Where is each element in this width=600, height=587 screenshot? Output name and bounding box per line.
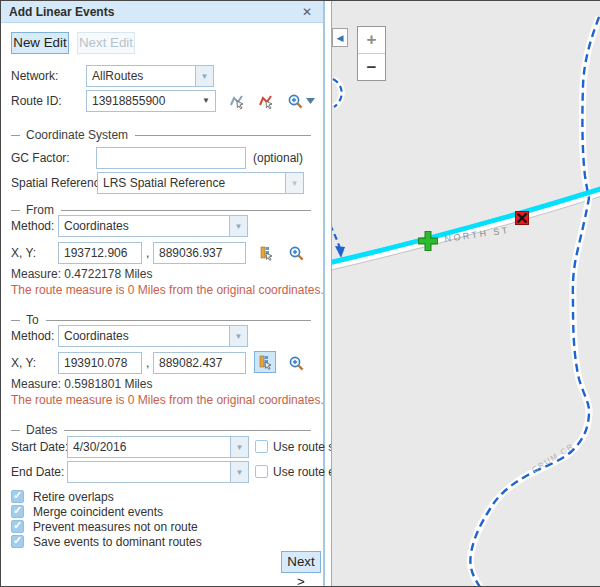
gc-factor-input[interactable] (96, 147, 246, 169)
next-button[interactable]: Next > (281, 551, 321, 573)
use-route-start-date-checkbox[interactable] (255, 440, 268, 453)
coordinate-system-section-header: Coordinate System (11, 128, 311, 142)
zoom-out-button[interactable]: − (358, 54, 385, 81)
spatial-reference-value[interactable]: LRS Spatial Reference (97, 172, 286, 194)
network-label: Network: (11, 65, 58, 87)
zoom-to-route-icon[interactable] (284, 90, 306, 112)
xy-separator: , (146, 242, 149, 264)
prevent-measures-label: Prevent measures not on route (33, 520, 198, 534)
chevron-down-icon[interactable] (304, 90, 316, 112)
chevron-down-icon[interactable] (231, 461, 249, 483)
creek-inflow (332, 225, 340, 249)
pick-from-location-icon[interactable] (255, 242, 277, 264)
map-view[interactable]: NORTH ST CRUM CR ◀ + − (331, 1, 600, 586)
save-events-dominant-checkbox[interactable] (11, 535, 24, 548)
route-id-field[interactable]: 13918855900 (86, 90, 216, 112)
network-value[interactable]: AllRoutes (86, 65, 196, 87)
end-date-label: End Date: (11, 461, 64, 483)
clear-route-selection-icon[interactable] (255, 90, 277, 112)
close-icon[interactable]: ✕ (299, 1, 315, 23)
save-events-dominant-label: Save events to dominant routes (33, 535, 202, 549)
from-method-label: Method: (11, 215, 54, 237)
to-method-combobox[interactable]: Coordinates (58, 325, 248, 347)
creek-arc-casing (333, 79, 342, 107)
map-canvas: NORTH ST CRUM CR (332, 1, 600, 586)
from-xy-label: X, Y: (11, 242, 36, 264)
merge-coincident-events-label: Merge coincident events (33, 505, 163, 519)
to-method-value[interactable]: Coordinates (58, 325, 230, 347)
chevron-down-icon[interactable] (230, 325, 248, 347)
use-route-end-date-checkbox[interactable] (255, 465, 268, 478)
map-zoom-control: + − (357, 26, 386, 81)
from-method-combobox[interactable]: Coordinates (58, 215, 248, 237)
app-window: Add Linear Events ✕ New Edit Next Edit N… (0, 0, 600, 587)
end-date-value[interactable] (67, 461, 231, 483)
select-route-on-map-icon[interactable] (226, 90, 248, 112)
chevron-down-icon (286, 172, 304, 194)
from-warning-text: The route measure is 0 Miles from the or… (11, 283, 324, 297)
add-linear-events-panel: Add Linear Events ✕ New Edit Next Edit N… (1, 1, 325, 586)
chevron-down-icon[interactable] (196, 65, 214, 87)
chevron-down-icon[interactable] (230, 215, 248, 237)
gc-factor-optional-label: (optional) (253, 147, 303, 169)
creek-name-label: CRUM CR (530, 441, 576, 474)
next-edit-button[interactable]: Next Edit (77, 32, 135, 54)
network-combobox[interactable]: AllRoutes (86, 65, 214, 87)
to-measure-text: Measure: 0.5981801 Miles (11, 377, 152, 391)
retire-overlaps-label: Retire overlaps (33, 490, 114, 504)
from-x-input[interactable] (58, 242, 142, 264)
dates-section-header: Dates (11, 423, 311, 437)
new-edit-button[interactable]: New Edit (11, 32, 69, 54)
to-warning-text: The route measure is 0 Miles from the or… (11, 393, 324, 407)
xy-separator: , (146, 352, 149, 374)
chevron-down-icon[interactable] (202, 91, 210, 111)
zoom-to-from-point-icon[interactable] (285, 242, 307, 264)
start-date-label: Start Date: (11, 436, 68, 458)
from-y-input[interactable] (153, 242, 246, 264)
creek-casing (470, 17, 599, 586)
end-date-combobox[interactable] (67, 461, 249, 483)
zoom-in-button[interactable]: + (358, 27, 385, 54)
selected-route-highlight (332, 186, 600, 264)
gc-factor-label: GC Factor: (11, 147, 70, 169)
collapse-panel-button[interactable]: ◀ (332, 28, 348, 47)
start-date-value[interactable]: 4/30/2016 (67, 436, 231, 458)
start-date-combobox[interactable]: 4/30/2016 (67, 436, 249, 458)
from-method-value[interactable]: Coordinates (58, 215, 230, 237)
spatial-reference-combobox[interactable]: LRS Spatial Reference (97, 172, 304, 194)
retire-overlaps-checkbox[interactable] (11, 490, 24, 503)
to-y-input[interactable] (153, 352, 246, 374)
pick-to-location-icon[interactable] (254, 351, 276, 373)
route-id-label: Route ID: (11, 90, 62, 112)
route-id-combobox[interactable]: 13918855900 (86, 90, 216, 112)
to-x-input[interactable] (58, 352, 142, 374)
zoom-to-to-point-icon[interactable] (285, 352, 307, 374)
to-point-marker[interactable] (516, 212, 529, 225)
chevron-left-icon: ◀ (337, 33, 344, 43)
panel-titlebar: Add Linear Events ✕ (1, 1, 323, 23)
spatial-reference-label: Spatial Reference: (11, 172, 110, 194)
to-xy-label: X, Y: (11, 352, 36, 374)
section-legend: Dates (26, 423, 57, 437)
from-measure-text: Measure: 0.4722178 Miles (11, 267, 152, 281)
route-id-value: 13918855900 (92, 94, 165, 108)
section-legend: Coordinate System (26, 128, 128, 142)
to-method-label: Method: (11, 325, 54, 347)
chevron-down-icon[interactable] (231, 436, 249, 458)
creek-inflow-arrow-icon (335, 246, 345, 258)
merge-coincident-events-checkbox[interactable] (11, 505, 24, 518)
prevent-measures-checkbox[interactable] (11, 520, 24, 533)
panel-title: Add Linear Events (9, 1, 114, 23)
